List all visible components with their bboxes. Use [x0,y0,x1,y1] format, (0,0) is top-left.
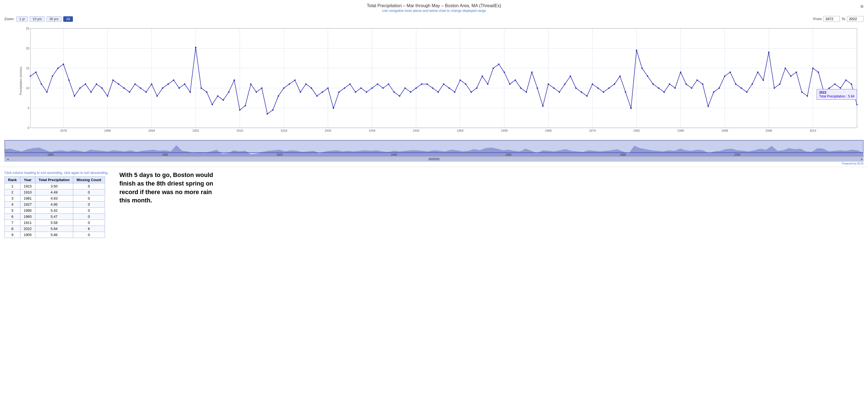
scroll-canvas [5,157,863,161]
from-label: From [813,17,822,21]
page-subtitle: Use navigation tools above and below cha… [0,9,868,15]
table-row: 719115.580 [5,220,105,226]
table-header[interactable]: Missing Count [73,177,105,183]
powered-by: Powered by ACIS [0,162,868,166]
zoom-1yr-button[interactable]: 1 yr [16,16,28,22]
table-row: 219104.490 [5,189,105,195]
menu-icon[interactable]: ≡ [860,3,864,10]
from-input[interactable] [823,16,840,22]
zoom-all-button[interactable]: All [63,16,73,22]
table-header[interactable]: Rank [5,177,21,183]
table-row: 119153.500 [5,183,105,189]
scrollbar[interactable] [4,157,864,162]
to-input[interactable] [847,16,864,22]
y-axis-label: Precipitation (inches) [19,67,22,95]
navigator-canvas [5,140,863,156]
zoom-label: Zoom [4,17,13,21]
table-row: 820225.846 [5,226,105,232]
navigator-chart[interactable] [4,140,864,157]
main-chart [19,23,863,139]
zoom-10yrs-button[interactable]: 10 yrs [30,16,45,22]
table-row: 519955.420 [5,207,105,214]
table-row: 619655.470 [5,214,105,220]
page-title: Total Precipitation – Mar through May – … [0,0,868,9]
table-row: 319814.930 [5,195,105,201]
table-row: 419274.950 [5,201,105,207]
to-label: To [841,17,845,21]
zoom-30yrs-button[interactable]: 30 yrs [46,16,62,22]
highlight-text: With 5 days to go, Boston would finish a… [119,171,224,205]
sort-hint: Click column heading to sort ascending, … [4,171,108,175]
table-header[interactable]: Year [20,177,35,183]
table-header[interactable]: Total Precipitation [35,177,73,183]
table-row: 919055.860 [5,232,105,238]
data-table: RankYearTotal PrecipitationMissing Count… [4,176,105,238]
